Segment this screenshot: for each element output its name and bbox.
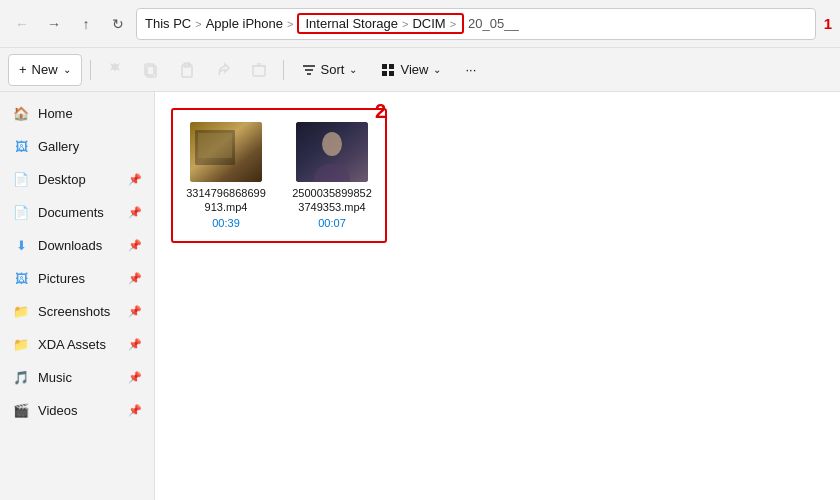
sort-button[interactable]: Sort ⌄: [292, 54, 368, 86]
more-button[interactable]: ···: [455, 54, 486, 86]
documents-pin-icon: 📌: [128, 206, 142, 219]
new-button[interactable]: + New ⌄: [8, 54, 82, 86]
downloads-icon: ⬇: [12, 236, 30, 254]
view-icon: [381, 63, 395, 77]
titlebar: ← → ↑ ↻ This PC > Apple iPhone > Interna…: [0, 0, 840, 48]
breadcrumb-internal-storage[interactable]: Internal Storage: [305, 16, 398, 31]
videos-icon: 🎬: [12, 401, 30, 419]
new-chevron-icon: ⌄: [63, 64, 71, 75]
breadcrumb-sep-4: >: [450, 18, 456, 30]
breadcrumb-apple-iphone[interactable]: Apple iPhone: [206, 16, 283, 31]
sidebar-item-videos[interactable]: 🎬 Videos 📌: [4, 394, 150, 426]
sidebar-label-videos: Videos: [38, 403, 120, 418]
up-button[interactable]: ↑: [72, 10, 100, 38]
sidebar: 🏠 Home 🖼 Gallery 📄 Desktop 📌 📄 Documents…: [0, 92, 155, 500]
cut-button[interactable]: [99, 54, 131, 86]
file-duration-2: 00:07: [318, 217, 346, 229]
svg-point-13: [322, 132, 342, 156]
main-layout: 🏠 Home 🖼 Gallery 📄 Desktop 📌 📄 Documents…: [0, 92, 840, 500]
view-button[interactable]: View ⌄: [371, 54, 451, 86]
share-button[interactable]: [207, 54, 239, 86]
sidebar-label-gallery: Gallery: [38, 139, 142, 154]
desktop-icon: 📄: [12, 170, 30, 188]
sidebar-label-music: Music: [38, 370, 120, 385]
pictures-icon: 🖼: [12, 269, 30, 287]
sidebar-item-music[interactable]: 🎵 Music 📌: [4, 361, 150, 393]
downloads-pin-icon: 📌: [128, 239, 142, 252]
sidebar-item-home[interactable]: 🏠 Home: [4, 97, 150, 129]
toolbar-separator-2: [283, 60, 284, 80]
videos-pin-icon: 📌: [128, 404, 142, 417]
refresh-button[interactable]: ↻: [104, 10, 132, 38]
sidebar-item-documents[interactable]: 📄 Documents 📌: [4, 196, 150, 228]
new-label: New: [32, 62, 58, 77]
music-pin-icon: 📌: [128, 371, 142, 384]
file-thumb-1: [190, 122, 262, 182]
desktop-pin-icon: 📌: [128, 173, 142, 186]
thumb-2-visual: [296, 122, 368, 182]
toolbar-separator-1: [90, 60, 91, 80]
file-selection-box: 3314796868699913.mp4 00:39: [171, 108, 387, 243]
paste-button[interactable]: [171, 54, 203, 86]
more-icon: ···: [465, 62, 476, 77]
breadcrumb-dcim[interactable]: DCIM: [412, 16, 445, 31]
view-chevron-icon: ⌄: [433, 64, 441, 75]
sidebar-item-gallery[interactable]: 🖼 Gallery: [4, 130, 150, 162]
sort-chevron-icon: ⌄: [349, 64, 357, 75]
svg-rect-5: [382, 64, 387, 69]
sidebar-item-xda-assets[interactable]: 📁 XDA Assets 📌: [4, 328, 150, 360]
file-item-2[interactable]: 25000358998523749353.mp4 00:07: [287, 118, 377, 233]
sidebar-label-pictures: Pictures: [38, 271, 120, 286]
svg-rect-4: [253, 66, 265, 76]
breadcrumb-this-pc[interactable]: This PC: [145, 16, 191, 31]
annotation-1: 1: [824, 15, 832, 32]
sidebar-label-home: Home: [38, 106, 142, 121]
content-area: 2: [155, 92, 840, 500]
sidebar-label-desktop: Desktop: [38, 172, 120, 187]
breadcrumb-internal-storage-group[interactable]: Internal Storage > DCIM >: [297, 13, 464, 34]
screenshots-icon: 📁: [12, 302, 30, 320]
thumb-1-visual: [190, 122, 262, 182]
file-name-1: 3314796868699913.mp4: [185, 186, 267, 215]
file-name-2: 25000358998523749353.mp4: [291, 186, 373, 215]
file-grid: 3314796868699913.mp4 00:39: [167, 104, 828, 247]
sidebar-label-documents: Documents: [38, 205, 120, 220]
pictures-pin-icon: 📌: [128, 272, 142, 285]
svg-rect-7: [382, 71, 387, 76]
sidebar-item-screenshots[interactable]: 📁 Screenshots 📌: [4, 295, 150, 327]
sidebar-item-pictures[interactable]: 🖼 Pictures 📌: [4, 262, 150, 294]
breadcrumb[interactable]: This PC > Apple iPhone > Internal Storag…: [136, 8, 816, 40]
sort-label: Sort: [321, 62, 345, 77]
svg-rect-11: [198, 133, 232, 158]
home-icon: 🏠: [12, 104, 30, 122]
sidebar-item-downloads[interactable]: ⬇ Downloads 📌: [4, 229, 150, 261]
sort-icon: [302, 63, 316, 77]
back-button[interactable]: ←: [8, 10, 36, 38]
breadcrumb-sep-1: >: [195, 18, 201, 30]
copy-button[interactable]: [135, 54, 167, 86]
documents-icon: 📄: [12, 203, 30, 221]
forward-button[interactable]: →: [40, 10, 68, 38]
breadcrumb-sep-2: >: [287, 18, 293, 30]
sidebar-item-desktop[interactable]: 📄 Desktop 📌: [4, 163, 150, 195]
music-icon: 🎵: [12, 368, 30, 386]
breadcrumb-sep-3: >: [402, 18, 408, 30]
plus-icon: +: [19, 62, 27, 77]
svg-rect-6: [389, 64, 394, 69]
sidebar-label-xda-assets: XDA Assets: [38, 337, 120, 352]
sidebar-label-screenshots: Screenshots: [38, 304, 120, 319]
screenshots-pin-icon: 📌: [128, 305, 142, 318]
file-duration-1: 00:39: [212, 217, 240, 229]
breadcrumb-folder[interactable]: 20_05__: [468, 16, 519, 31]
sidebar-label-downloads: Downloads: [38, 238, 120, 253]
view-label: View: [400, 62, 428, 77]
xda-assets-pin-icon: 📌: [128, 338, 142, 351]
toolbar: + New ⌄ Sort ⌄ View ⌄ ···: [0, 48, 840, 92]
gallery-icon: 🖼: [12, 137, 30, 155]
annotation-2: 2: [375, 100, 386, 123]
delete-button[interactable]: [243, 54, 275, 86]
xda-assets-icon: 📁: [12, 335, 30, 353]
file-thumb-2: [296, 122, 368, 182]
file-item-1[interactable]: 3314796868699913.mp4 00:39: [181, 118, 271, 233]
svg-rect-8: [389, 71, 394, 76]
